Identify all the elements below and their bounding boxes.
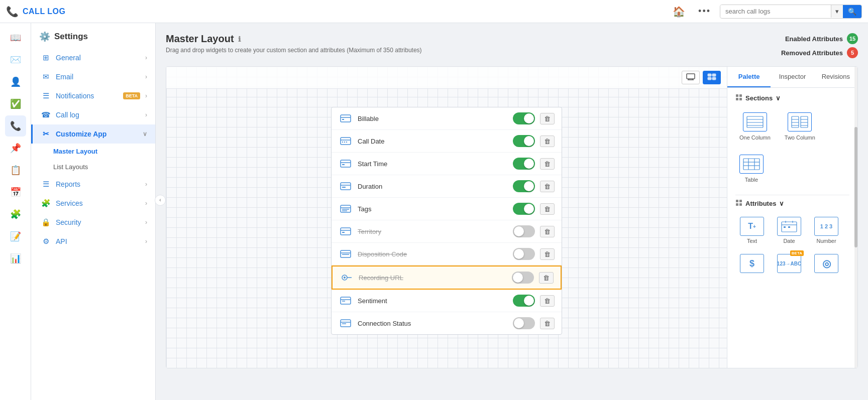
attr-date[interactable]: Date bbox=[773, 214, 806, 247]
sidebar-item-services-label: Services bbox=[56, 199, 140, 207]
territory-toggle[interactable] bbox=[513, 225, 535, 237]
attr-currency[interactable]: $ bbox=[735, 251, 769, 278]
one-column-icon bbox=[743, 112, 767, 131]
sidebar-item-reports[interactable]: ☰ Reports › bbox=[31, 175, 155, 194]
widget-row-recording-url: Recording URL 🗑 bbox=[332, 265, 562, 290]
attr-text[interactable]: T+ Text bbox=[735, 214, 769, 247]
start-time-delete-button[interactable]: 🗑 bbox=[540, 158, 555, 170]
nav-book-icon[interactable]: 📖 bbox=[5, 27, 26, 48]
formula-attr-icon: BETA 123→ABC bbox=[777, 254, 801, 273]
disposition-code-delete-button[interactable]: 🗑 bbox=[540, 248, 555, 260]
duration-toggle[interactable] bbox=[513, 180, 535, 192]
attr-number[interactable]: 1 2 3 Number bbox=[810, 214, 843, 247]
nav-calendar-icon[interactable]: 📅 bbox=[5, 182, 26, 203]
sidebar-item-general[interactable]: ⊞ General › bbox=[31, 48, 155, 67]
territory-label: Territory bbox=[358, 228, 508, 235]
tags-delete-button[interactable]: 🗑 bbox=[540, 203, 555, 215]
sidebar-item-notifications[interactable]: ☰ Notifications BETA › bbox=[31, 86, 155, 105]
palette-scrollbar-track[interactable] bbox=[854, 67, 857, 368]
search-dropdown-button[interactable]: ▾ bbox=[831, 5, 843, 18]
billable-toggle[interactable] bbox=[513, 112, 535, 124]
date-attr-label: Date bbox=[783, 238, 795, 244]
tab-inspector[interactable]: Inspector bbox=[771, 67, 814, 87]
billable-delete-button[interactable]: 🗑 bbox=[540, 113, 555, 124]
sub-item-list-layouts[interactable]: List Layouts bbox=[31, 159, 155, 175]
svg-rect-14 bbox=[344, 142, 345, 143]
start-time-toggle[interactable] bbox=[513, 158, 535, 170]
nav-mail-icon[interactable]: ✉️ bbox=[5, 49, 26, 70]
desktop-view-button[interactable] bbox=[682, 71, 700, 84]
svg-rect-16 bbox=[341, 160, 351, 167]
sidebar-item-api[interactable]: ⚙ API › bbox=[31, 232, 155, 251]
tags-toggle[interactable] bbox=[513, 203, 535, 215]
search-bar: ▾ 🔍 bbox=[720, 5, 862, 19]
sidebar-item-customize-app[interactable]: ✂ Customize App ∨ bbox=[31, 124, 155, 144]
sections-header: Sections ∨ bbox=[735, 94, 849, 102]
table-label: Table bbox=[745, 177, 758, 183]
sentiment-toggle[interactable] bbox=[513, 295, 535, 307]
sidebar-item-security[interactable]: 🔒 Security › bbox=[31, 213, 155, 232]
widget-section: Billable 🗑 Call Date bbox=[331, 107, 562, 335]
nav-services-icon[interactable]: 🧩 bbox=[5, 204, 26, 225]
table-icon bbox=[739, 155, 764, 174]
duration-delete-button[interactable]: 🗑 bbox=[540, 181, 555, 192]
billable-label: Billable bbox=[358, 115, 508, 122]
tab-palette[interactable]: Palette bbox=[727, 67, 771, 87]
svg-rect-42 bbox=[739, 94, 742, 97]
general-arrow-icon: › bbox=[145, 54, 147, 61]
nav-reports-icon[interactable]: 📋 bbox=[5, 160, 26, 181]
palette-scrollbar-thumb[interactable] bbox=[854, 127, 857, 247]
tab-revisions[interactable]: Revisions bbox=[814, 67, 857, 87]
territory-delete-button[interactable]: 🗑 bbox=[540, 226, 555, 237]
two-column-icon bbox=[788, 112, 812, 131]
text-attr-label: Text bbox=[747, 238, 757, 244]
connection-status-delete-button[interactable]: 🗑 bbox=[540, 318, 555, 329]
call-date-toggle[interactable] bbox=[513, 135, 535, 147]
sidebar-item-email[interactable]: ✉ Email › bbox=[31, 67, 155, 86]
sub-item-master-layout[interactable]: Master Layout bbox=[31, 144, 155, 159]
enabled-count: 15 bbox=[847, 33, 858, 44]
customize-icon: ✂ bbox=[41, 129, 51, 139]
notifications-beta-badge: BETA bbox=[123, 92, 140, 99]
connection-status-toggle[interactable] bbox=[513, 317, 535, 329]
sections-label: Sections bbox=[745, 94, 773, 102]
attr-radio[interactable]: ◎ bbox=[810, 251, 843, 278]
two-column-item[interactable]: Two Column bbox=[781, 108, 819, 145]
sidebar-item-calllog[interactable]: ☎ Call log › bbox=[31, 105, 155, 124]
widget-row-call-date: Call Date 🗑 bbox=[332, 130, 562, 153]
attr-formula[interactable]: BETA 123→ABC bbox=[773, 251, 806, 278]
recording-url-delete-button[interactable]: 🗑 bbox=[539, 272, 554, 284]
enabled-attributes-badge: Enabled Attributes 15 bbox=[785, 33, 858, 44]
search-input[interactable] bbox=[720, 5, 831, 18]
sidebar-item-services[interactable]: 🧩 Services › bbox=[31, 194, 155, 213]
grid-view-button[interactable] bbox=[703, 71, 721, 84]
sidebar-header: ⚙️ Settings bbox=[31, 23, 155, 48]
one-column-item[interactable]: One Column bbox=[735, 108, 775, 145]
svg-rect-0 bbox=[687, 74, 695, 79]
nav-pin-icon[interactable]: 📌 bbox=[5, 138, 26, 159]
nav-phone-icon[interactable]: 📞 bbox=[5, 115, 26, 137]
svg-rect-4 bbox=[708, 74, 711, 76]
main-content: Master Layout ℹ Drag and drop widgets to… bbox=[156, 23, 868, 400]
security-icon: 🔒 bbox=[41, 218, 51, 227]
home-icon[interactable]: 🏠 bbox=[669, 4, 689, 20]
sentiment-delete-button[interactable]: 🗑 bbox=[540, 295, 555, 307]
widget-row-disposition-code: Disposition Code 🗑 bbox=[332, 243, 562, 265]
search-go-button[interactable]: 🔍 bbox=[843, 5, 861, 18]
disposition-code-toggle[interactable] bbox=[513, 248, 535, 260]
call-date-delete-button[interactable]: 🗑 bbox=[540, 136, 555, 147]
sidebar-collapse-button[interactable]: ‹ bbox=[155, 195, 166, 206]
table-item[interactable]: Table bbox=[735, 151, 768, 187]
nav-notes-icon[interactable]: 📝 bbox=[5, 226, 26, 247]
nav-tasks-icon[interactable]: ✅ bbox=[5, 93, 26, 114]
nav-chart-icon[interactable]: 📊 bbox=[5, 248, 26, 269]
sidebar-item-email-label: Email bbox=[56, 73, 140, 81]
svg-rect-19 bbox=[341, 183, 351, 190]
customize-arrow-icon: ∨ bbox=[143, 130, 147, 138]
svg-rect-50 bbox=[801, 116, 808, 127]
svg-rect-45 bbox=[747, 116, 763, 127]
recording-url-toggle[interactable] bbox=[512, 272, 534, 284]
svg-rect-44 bbox=[739, 98, 742, 100]
nav-contacts-icon[interactable]: 👤 bbox=[5, 71, 26, 92]
more-options-icon[interactable]: ••• bbox=[694, 4, 715, 19]
